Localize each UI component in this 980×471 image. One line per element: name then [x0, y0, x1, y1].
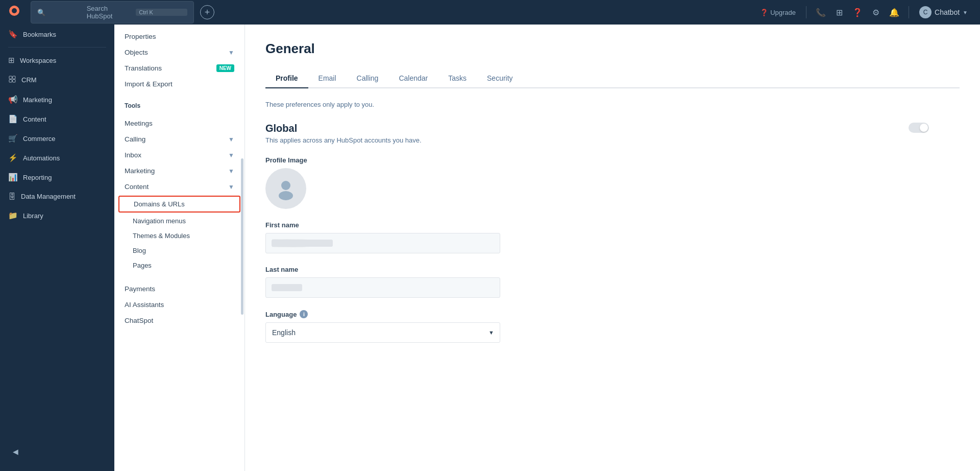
sidebar-collapse-button[interactable]: ◀ — [8, 444, 22, 459]
last-name-input[interactable] — [265, 277, 500, 298]
svg-point-2 — [13, 6, 15, 8]
page-title: General — [265, 41, 960, 57]
sidebar-item-automations[interactable]: ⚡ Automations — [0, 148, 114, 168]
workspaces-icon: ⊞ — [8, 56, 15, 65]
sidebar-item-workspaces[interactable]: ⊞ Workspaces — [0, 51, 114, 70]
translations-label: Translations — [125, 64, 162, 72]
phone-icon-button[interactable]: 📞 — [813, 4, 829, 20]
profile-image-container[interactable] — [265, 168, 306, 209]
grid-icon-button[interactable]: ⊞ — [831, 4, 847, 20]
sidebar-mid-item-properties[interactable]: Properties — [114, 29, 244, 44]
sidebar-item-marketing[interactable]: 📢 Marketing — [0, 90, 114, 109]
marketing-icon: 📢 — [8, 95, 18, 104]
sidebar-mid-item-objects[interactable]: Objects ▼ — [114, 44, 244, 60]
upgrade-icon: ❓ — [760, 9, 768, 16]
first-name-group: First name — [265, 221, 960, 253]
first-name-input[interactable] — [265, 233, 500, 253]
sidebar-item-label: CRM — [21, 76, 37, 84]
main-content: General Profile Email Calling Calendar T… — [245, 25, 980, 471]
sidebar-mid-item-content[interactable]: Content ▼ — [114, 179, 244, 195]
properties-label: Properties — [125, 33, 156, 40]
sidebar-mid-item-calling[interactable]: Calling ▼ — [114, 131, 244, 147]
chevron-down-icon: ▼ — [228, 183, 234, 191]
sidebar-mid-item-import-export[interactable]: Import & Export — [114, 76, 244, 92]
app-layout: 🔖 Bookmarks ⊞ Workspaces CRM 📢 Marketing… — [0, 0, 980, 471]
sidebar-item-commerce[interactable]: 🛒 Commerce — [0, 129, 114, 148]
language-label-row: Language i — [265, 310, 960, 318]
svg-point-7 — [281, 181, 290, 190]
notifications-icon-button[interactable]: 🔔 — [886, 4, 902, 20]
help-icon-button[interactable]: ❓ — [849, 4, 866, 20]
sidebar-mid-item-inbox[interactable]: Inbox ▼ — [114, 147, 244, 163]
tab-security[interactable]: Security — [477, 69, 523, 88]
user-menu[interactable]: C Chatbot ▼ — [915, 4, 972, 20]
tab-profile[interactable]: Profile — [265, 69, 308, 88]
sidebar-mid-item-themes-modules[interactable]: Themes & Modules — [114, 228, 244, 243]
bookmarks-icon: 🔖 — [8, 30, 18, 39]
sidebar-item-content[interactable]: 📄 Content — [0, 109, 114, 129]
navbar-divider-2 — [909, 6, 909, 18]
search-keyboard-shortcut: Ctrl K — [136, 9, 187, 16]
svg-point-8 — [279, 191, 293, 200]
data-management-icon: 🗄 — [8, 192, 16, 201]
sidebar-mid-item-marketing[interactable]: Marketing ▼ — [114, 163, 244, 179]
sidebar-item-label: Workspaces — [20, 57, 56, 64]
sidebar-item-label: Content — [23, 115, 46, 123]
sidebar-item-label: Data Management — [21, 193, 76, 200]
sidebar-mid-item-ai-assistants[interactable]: AI Assistants — [114, 297, 244, 313]
new-badge: NEW — [216, 64, 234, 72]
global-description: This applies across any HubSpot accounts… — [265, 136, 960, 144]
settings-icon-button[interactable]: ⚙ — [868, 4, 884, 20]
reporting-icon: 📊 — [8, 173, 18, 182]
add-button[interactable]: + — [200, 5, 214, 19]
section-subtitle: These preferences only apply to you. — [265, 101, 960, 108]
sidebar-mid-item-chatspot[interactable]: ChatSpot — [114, 313, 244, 328]
left-sidebar: 🔖 Bookmarks ⊞ Workspaces CRM 📢 Marketing… — [0, 25, 114, 471]
tab-email[interactable]: Email — [308, 69, 347, 88]
sidebar-item-crm[interactable]: CRM — [0, 70, 114, 90]
sidebar-divider — [8, 47, 106, 48]
tab-calling[interactable]: Calling — [347, 69, 389, 88]
sidebar-item-label: Automations — [23, 154, 60, 162]
language-select-wrapper: English Spanish French German Portuguese — [265, 322, 500, 343]
last-name-label: Last name — [265, 266, 960, 273]
sidebar-mid-item-meetings[interactable]: Meetings — [114, 115, 244, 131]
global-toggle[interactable] — [909, 123, 929, 133]
global-search[interactable]: 🔍 Search HubSpot Ctrl K — [31, 1, 194, 23]
ai-assistants-label: AI Assistants — [125, 301, 164, 309]
sidebar-item-library[interactable]: 📁 Library — [0, 206, 114, 225]
user-name: Chatbot — [935, 8, 960, 16]
domains-urls-label: Domains & URLs — [134, 200, 185, 208]
sidebar-mid-item-pages[interactable]: Pages — [114, 258, 244, 273]
toggle-container — [909, 123, 929, 133]
upgrade-link[interactable]: ❓ Upgrade — [756, 7, 800, 18]
chevron-down-icon: ▼ — [228, 49, 234, 56]
sidebar-item-reporting[interactable]: 📊 Reporting — [0, 168, 114, 187]
settings-tabs: Profile Email Calling Calendar Tasks Sec… — [265, 69, 960, 88]
profile-image-label: Profile Image — [265, 156, 960, 164]
sidebar-mid-item-blog[interactable]: Blog — [114, 243, 244, 258]
tools-section-title: Tools — [114, 96, 244, 111]
svg-point-1 — [12, 8, 17, 13]
sidebar-mid-item-domains-urls[interactable]: Domains & URLs — [118, 196, 240, 213]
hubspot-logo[interactable] — [8, 5, 20, 20]
language-info-icon[interactable]: i — [300, 310, 308, 318]
pages-label: Pages — [133, 262, 152, 269]
sidebar-mid-item-payments[interactable]: Payments — [114, 281, 244, 297]
svg-rect-3 — [9, 76, 12, 79]
sidebar-mid-top-section: Properties Objects ▼ Translations NEW Im… — [114, 25, 244, 96]
sidebar-item-bookmarks[interactable]: 🔖 Bookmarks — [0, 25, 114, 44]
scrollbar-thumb[interactable] — [241, 158, 243, 315]
automations-icon: ⚡ — [8, 153, 18, 162]
user-avatar: C — [919, 6, 932, 18]
sidebar-mid-item-navigation-menus[interactable]: Navigation menus — [114, 214, 244, 228]
tab-tasks[interactable]: Tasks — [438, 69, 477, 88]
sidebar-mid-item-translations[interactable]: Translations NEW — [114, 60, 244, 76]
search-icon: 🔍 — [37, 9, 83, 16]
language-select[interactable]: English Spanish French German Portuguese — [265, 322, 500, 343]
sidebar-mid-tools-section: Meetings Calling ▼ Inbox ▼ Marketing ▼ C… — [114, 111, 244, 277]
sidebar-item-data-management[interactable]: 🗄 Data Management — [0, 187, 114, 206]
navbar-actions: ❓ Upgrade 📞 ⊞ ❓ ⚙ 🔔 C Chatbot ▼ — [756, 4, 972, 20]
tab-calendar[interactable]: Calendar — [388, 69, 438, 88]
themes-modules-label: Themes & Modules — [133, 232, 190, 240]
